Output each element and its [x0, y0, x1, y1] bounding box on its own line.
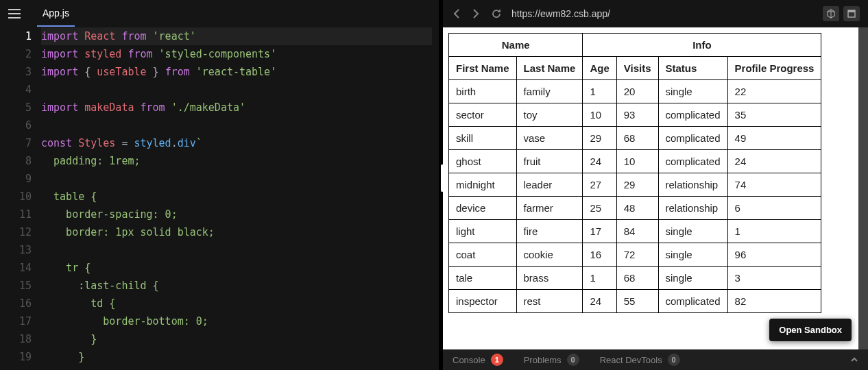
table-cell: 24 — [583, 150, 616, 173]
menu-icon[interactable] — [8, 9, 21, 18]
code-line[interactable]: import React from 'react' — [41, 27, 432, 45]
table-column-header: Status — [658, 57, 727, 80]
status-tab[interactable]: Console1 — [453, 354, 503, 366]
table-cell: 1 — [583, 80, 616, 103]
table-row: sectortoy1093complicated35 — [449, 103, 821, 127]
table-cell: single — [658, 80, 727, 103]
code-line[interactable]: border: 1px solid black; — [41, 223, 432, 241]
code-line[interactable]: td { — [41, 295, 432, 312]
scrollbar-thumb[interactable] — [858, 27, 868, 349]
line-number: 7 — [0, 134, 32, 152]
code-line[interactable]: import { useTable } from 'react-table' — [41, 63, 432, 81]
line-number: 12 — [0, 223, 32, 241]
status-badge: 0 — [567, 354, 579, 366]
reload-icon[interactable] — [490, 7, 503, 21]
table-cell: fire — [516, 220, 583, 243]
table-cell: tale — [449, 267, 517, 290]
line-number: 2 — [0, 45, 32, 63]
code-line[interactable] — [41, 81, 432, 99]
code-line[interactable] — [41, 241, 432, 259]
chevron-up-icon[interactable] — [850, 355, 858, 365]
line-number: 19 — [0, 348, 32, 366]
table-cell: toy — [516, 103, 583, 127]
table-cell: 48 — [616, 197, 658, 220]
code-line[interactable]: const Styles = styled.div` — [41, 134, 432, 152]
code-line[interactable]: } — [41, 348, 432, 366]
open-sandbox-button[interactable]: Open Sandbox — [769, 319, 852, 341]
vertical-scrollbar[interactable] — [858, 27, 868, 349]
browser-bar: https://ewm82.csb.app/ — [443, 0, 868, 27]
code-line[interactable]: border-bottom: 0; — [41, 312, 432, 330]
table-column-header: Age — [583, 57, 616, 80]
codesandbox-icon[interactable] — [823, 6, 839, 21]
code-line[interactable]: } — [41, 330, 432, 348]
table-row: talebrass168single3 — [449, 267, 821, 290]
table-cell: single — [658, 267, 727, 290]
table-group-header: Info — [583, 34, 821, 57]
back-icon[interactable] — [451, 7, 462, 21]
table-cell: 6 — [727, 197, 821, 220]
code-line[interactable] — [41, 116, 432, 134]
table-cell: 35 — [727, 103, 821, 127]
table-cell: skill — [449, 127, 517, 150]
table-row: inspectorrest2455complicated82 — [449, 290, 821, 313]
table-cell: 25 — [583, 197, 616, 220]
code-line[interactable] — [41, 170, 432, 188]
editor-pane: App.js 12345678910111213141516171819 imp… — [0, 0, 439, 370]
table-cell: 96 — [727, 243, 821, 267]
table-row: birthfamily120single22 — [449, 80, 821, 103]
table-cell: 20 — [616, 80, 658, 103]
table-cell: sector — [449, 103, 517, 127]
table-cell: ghost — [449, 150, 517, 173]
table-cell: leader — [516, 173, 583, 197]
table-cell: relationship — [658, 197, 727, 220]
new-window-icon[interactable] — [843, 6, 860, 21]
table-cell: family — [516, 80, 583, 103]
table-cell: 84 — [616, 220, 658, 243]
browser-viewport[interactable]: NameInfo First NameLast NameAgeVisitsSta… — [443, 27, 858, 349]
table-cell: vase — [516, 127, 583, 150]
table-cell: relationship — [658, 173, 727, 197]
code-area[interactable]: 12345678910111213141516171819 import Rea… — [0, 27, 439, 370]
status-bar: Console1Problems0React DevTools0 — [443, 349, 868, 370]
line-number: 6 — [0, 116, 32, 134]
table-group-header: Name — [449, 34, 583, 57]
code-content[interactable]: import React from 'react'import styled f… — [41, 27, 439, 370]
forward-icon[interactable] — [470, 7, 481, 21]
table-cell: inspector — [449, 290, 517, 313]
url-display[interactable]: https://ewm82.csb.app/ — [511, 8, 815, 19]
table-cell: 17 — [583, 220, 616, 243]
table-column-header: Last Name — [516, 57, 583, 80]
line-number: 16 — [0, 295, 32, 312]
table-column-header: Visits — [616, 57, 658, 80]
code-line[interactable]: import styled from 'styled-components' — [41, 45, 432, 63]
line-gutter: 12345678910111213141516171819 — [0, 27, 41, 370]
status-tab[interactable]: React DevTools0 — [600, 354, 680, 366]
code-line[interactable]: table { — [41, 188, 432, 206]
status-tab[interactable]: Problems0 — [524, 354, 579, 366]
line-number: 9 — [0, 170, 32, 188]
table-cell: farmer — [516, 197, 583, 220]
code-line[interactable]: import makeData from './makeData' — [41, 99, 432, 116]
table-cell: 10 — [583, 103, 616, 127]
table-cell: cookie — [516, 243, 583, 267]
line-number: 4 — [0, 81, 32, 99]
table-row: skillvase2968complicated49 — [449, 127, 821, 150]
table-cell: single — [658, 243, 727, 267]
table-group-header-row: NameInfo — [449, 34, 821, 57]
line-number: 1 — [0, 27, 32, 45]
table-cell: 68 — [616, 127, 658, 150]
line-number: 18 — [0, 330, 32, 348]
line-number: 15 — [0, 277, 32, 295]
code-line[interactable]: border-spacing: 0; — [41, 206, 432, 223]
table-cell: 3 — [727, 267, 821, 290]
table-cell: 29 — [616, 173, 658, 197]
code-line[interactable]: tr { — [41, 259, 432, 277]
table-cell: complicated — [658, 150, 727, 173]
table-cell: 82 — [727, 290, 821, 313]
line-number: 17 — [0, 312, 32, 330]
code-line[interactable]: :last-child { — [41, 277, 432, 295]
file-tab[interactable]: App.js — [37, 1, 75, 27]
code-line[interactable]: padding: 1rem; — [41, 152, 432, 170]
table-cell: coat — [449, 243, 517, 267]
